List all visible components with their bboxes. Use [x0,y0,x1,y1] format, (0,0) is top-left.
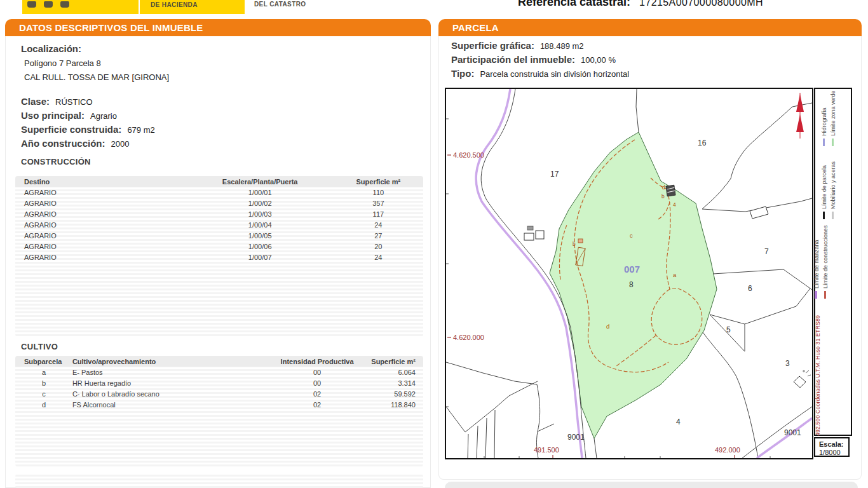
construccion-table: Destino Escalera/Planta/Puerta Superfici… [15,176,423,262]
left-panel-title: DATOS DESCRIPTIVOS DEL INMUEBLE [19,22,203,33]
referencia-value: 17215A007000080000MH [639,0,763,8]
cell-intensidad: 00 [268,369,366,376]
limite-construcciones-swatch [824,291,826,299]
catastro-page: DE HACIENDA DEL CATASTRO Referencia cata… [0,0,868,488]
anio-construccion-label: Año construcción: [21,138,105,149]
red-landmark-icon [796,93,804,139]
cell-superficie: 27 [334,232,423,240]
table-row: aE- Pastos006.064 [15,367,423,377]
superficie-grafica-value: 188.489 m2 [540,41,584,51]
localizacion-line1: Polígono 7 Parcela 8 [24,58,101,68]
clase-line: Clase: RÚSTICO [21,96,93,107]
cell-escalera: 1/00/05 [187,232,334,240]
col-header-destino: Destino [15,178,187,186]
table-row: AGRARIO1/00/0424 [15,219,423,230]
cultivo-section-title: CULTIVO [21,342,58,351]
cadastral-map-svg: 17 16 7 6 5 3 4 8 9001 9001 007 c a d d … [446,89,812,458]
right-panel-header: PARCELA [438,19,862,36]
legend-label: Límite de parcela [821,165,827,209]
cell-destino: AGRARIO [15,243,187,250]
cell-superficie: 24 [334,221,423,229]
cell-escalera: 1/00/01 [187,189,334,196]
bottom-stripes-bg [15,473,423,488]
cell-escalera: 1/00/02 [187,200,334,207]
construccion-section-title: CONSTRUCCIÓN [21,157,91,166]
cell-intensidad: 02 [268,401,366,409]
cell-subparcela: c [15,390,72,398]
parcel-label-8: 8 [629,280,634,289]
parcel-code-007: 007 [624,264,640,274]
zona-verde-swatch [832,139,834,146]
cell-superficie: 110 [334,189,423,196]
legend-label: Límite zona verde [830,90,836,136]
table-row: AGRARIO1/00/02357 [15,198,423,208]
col-header-superficie: Superficie m² [334,178,423,186]
catastro-banner-text: DEL CATASTRO [254,1,306,8]
cell-superficie: 20 [334,243,423,250]
uso-principal-line: Uso principal: Agrario [21,110,117,121]
cell-cultivo: C- Labor o Labradío secano [72,390,268,398]
limite-manzana-swatch [815,291,817,299]
legend-item-hidrografia: Hidrografía [820,107,828,146]
escala-label: Escala: [819,440,848,449]
col-header-subparcela: Subparcela [15,358,72,365]
clase-value: RÚSTICO [55,97,93,107]
cell-escalera: 1/00/04 [187,221,334,229]
cell-superficie: 59.592 [366,390,423,398]
clase-label: Clase: [21,96,50,107]
utm-note-text: 492.500 Coordenadas U.T.M. Huso 31 ETRS8… [815,315,821,436]
subparcel-label-a: a [673,271,677,278]
superficie-grafica-label: Superficie gráfica: [451,40,534,51]
table-row: AGRARIO1/00/0527 [15,230,423,241]
cell-superficie: 117 [334,210,423,218]
parcel-label-9001-left: 9001 [567,433,585,442]
coord-label-y-top: 4.620.500 [453,151,484,159]
left-panel-header: DATOS DESCRIPTIVOS DEL INMUEBLE [5,19,431,36]
cell-destino: AGRARIO [15,189,187,196]
table-row: dFS Alcornocal02118.840 [15,399,423,410]
cell-destino: AGRARIO [15,221,187,229]
cell-destino: AGRARIO [15,232,187,240]
banner-divider [139,0,140,14]
cell-subparcela: a [15,369,72,376]
uso-principal-label: Uso principal: [21,110,85,121]
parcel-label-16: 16 [698,139,707,147]
uso-principal-value: Agrario [90,111,117,121]
anio-construccion-line: Año construcción: 2000 [21,138,129,149]
hidrografia-swatch [823,139,825,146]
parcel-label-3: 3 [785,359,790,368]
table-row: AGRARIO1/00/01110 [15,187,423,198]
cell-superficie: 357 [334,200,423,207]
parcel-label-4: 4 [676,417,681,426]
right-panel-title: PARCELA [452,22,499,33]
cell-superficie: 3.314 [366,379,423,387]
map-scale-box: Escala: 1/8000 [814,437,850,457]
anio-construccion-value: 2000 [111,139,130,149]
superficie-construida-label: Superficie construida: [21,124,121,135]
cultivo-table: Subparcela Cultivo/aprovechamiento Inten… [15,356,423,410]
parcel-label-7: 7 [764,247,769,256]
cadastral-map[interactable]: 17 16 7 6 5 3 4 8 9001 9001 007 c a d d … [445,88,813,459]
localizacion-label-line: Localización: [21,43,81,54]
legend-item-limite-parcela: Límite de parcela [820,165,828,219]
utm-coordinate-note: 492.500 Coordenadas U.T.M. Huso 31 ETRS8… [814,315,822,436]
coord-label-x-left: 491.500 [534,446,559,454]
table-row: AGRARIO1/00/03117 [15,208,423,219]
tipo-label: Tipo: [451,68,474,79]
cell-subparcela: d [15,401,72,409]
parcel-label-17: 17 [550,170,559,179]
participacion-label: Participación del inmueble: [451,54,575,65]
cell-subparcela: b [15,379,72,387]
cell-intensidad: 00 [268,379,366,387]
tipo-line: Tipo: Parcela construida sin división ho… [451,68,629,79]
legend-label: Hidrografía [821,107,827,136]
cell-superficie: 6.064 [366,369,423,376]
parcel-label-5: 5 [726,325,731,334]
legend-label: Límite de manzana [813,240,820,288]
table-row: cC- Labor o Labradío secano0259.592 [15,388,423,399]
ministry-banner-text: DE HACIENDA [151,1,198,8]
mobiliario-swatch [832,212,834,219]
subparcel-label-d2: d [662,184,665,191]
legend-label: Mobiliario y aceras [830,161,836,209]
superficie-construida-value: 679 m2 [127,125,154,135]
